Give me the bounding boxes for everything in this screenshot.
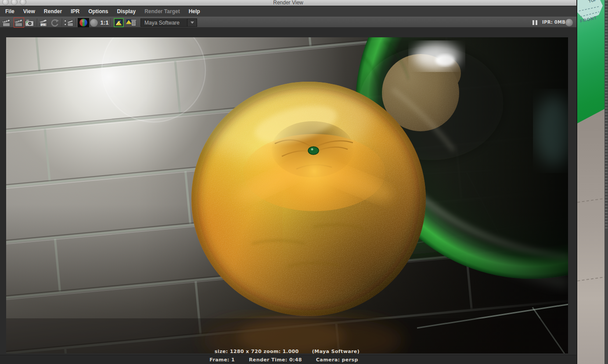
background-panel-edge: [604, 0, 608, 364]
real-size-button[interactable]: 1:1: [99, 18, 110, 27]
menu-file[interactable]: File: [1, 8, 19, 14]
background-grid-line: [577, 198, 607, 202]
refresh-arrows-icon: [49, 18, 60, 27]
svg-text:IPR: IPR: [41, 23, 46, 26]
renderer-dropdown-value: Maya Software: [141, 20, 187, 26]
status-bar: Frame: 1 Render Time: 0:48 Camera: persp: [0, 355, 576, 364]
rendered-image[interactable]: size: 1280 x 720 zoom: 1.000 (Maya Softw…: [6, 37, 568, 353]
background-panel-edge-texture: [605, 0, 608, 228]
toolbar-separator: [37, 18, 37, 26]
rgb-channels-icon: [78, 18, 89, 27]
menu-options[interactable]: Options: [84, 8, 112, 14]
title-bar[interactable]: Render View: [0, 0, 576, 6]
ipr-render-button[interactable]: IPR: [39, 18, 48, 27]
ipr-status-indicator: [565, 19, 573, 26]
status-frame: Frame: 1: [209, 357, 235, 363]
display-rgb-channels-button[interactable]: [78, 18, 89, 27]
rendered-scene: [6, 37, 568, 353]
clapperboard-icon: [2, 18, 11, 27]
toolbar-separator: [62, 18, 62, 26]
display-alpha-channel-button[interactable]: [89, 18, 99, 27]
keep-image-button[interactable]: [114, 18, 124, 27]
render-caption: size: 1280 x 720 zoom: 1.000 (Maya Softw…: [6, 349, 568, 354]
render-area: size: 1280 x 720 zoom: 1.000 (Maya Softw…: [0, 28, 576, 355]
menu-render-target[interactable]: Render Target: [140, 8, 184, 14]
refresh-ipr-button[interactable]: [49, 18, 60, 27]
render-current-frame-button[interactable]: [2, 18, 11, 27]
window-title: Render View: [0, 0, 576, 6]
remove-image-button[interactable]: [126, 18, 137, 27]
menu-render[interactable]: Render: [40, 8, 66, 14]
green-stem: [308, 147, 319, 155]
render-view-window: Render View File View Render IPR Options…: [0, 0, 576, 364]
menu-help[interactable]: Help: [184, 8, 205, 14]
toolbar: IPR: [0, 17, 576, 28]
camera-icon: [25, 18, 34, 27]
caption-size-zoom: size: 1280 x 720 zoom: 1.000: [215, 349, 299, 354]
renderer-dropdown[interactable]: Maya Software: [140, 18, 197, 27]
chevron-down-icon: [191, 22, 194, 24]
clapperboard-icon: [14, 18, 24, 27]
menu-ipr[interactable]: IPR: [66, 8, 84, 14]
caption-renderer: (Maya Software): [312, 349, 360, 354]
snapshot-button[interactable]: [25, 18, 34, 27]
ipr-clapperboard-icon: IPR: [39, 18, 48, 27]
menu-display[interactable]: Display: [113, 8, 140, 14]
keep-image-icon: [114, 18, 124, 27]
toolbar-separator: [111, 18, 111, 26]
toolbar-separator: [76, 18, 76, 26]
pause-ipr-button[interactable]: [532, 20, 538, 25]
ipr-memory-status: IPR: 0MB: [542, 20, 565, 25]
background-maya-viewport[interactable]: TOP FRONT: [576, 0, 608, 364]
menu-view[interactable]: View: [19, 8, 40, 14]
background-grid-line: [577, 276, 607, 281]
pause-icon: [536, 20, 537, 25]
alpha-channel-icon: [89, 18, 99, 27]
pause-icon: [532, 20, 534, 25]
render-region-icon: [64, 18, 74, 27]
screen: TOP FRONT Render View File View Render I…: [0, 0, 608, 364]
dimple-glow: [243, 134, 385, 211]
redo-previous-render-button[interactable]: [14, 18, 24, 27]
menu-bar: File View Render IPR Options Display Ren…: [0, 6, 576, 17]
background-cube-texture-label: TOP FRONT: [576, 0, 608, 26]
status-render-time: Render Time: 0:48: [249, 357, 302, 363]
render-region-button[interactable]: [64, 18, 74, 27]
remove-image-trash-icon: [126, 18, 137, 27]
status-camera: Camera: persp: [316, 357, 358, 363]
renderer-dropdown-arrow[interactable]: [187, 19, 197, 26]
